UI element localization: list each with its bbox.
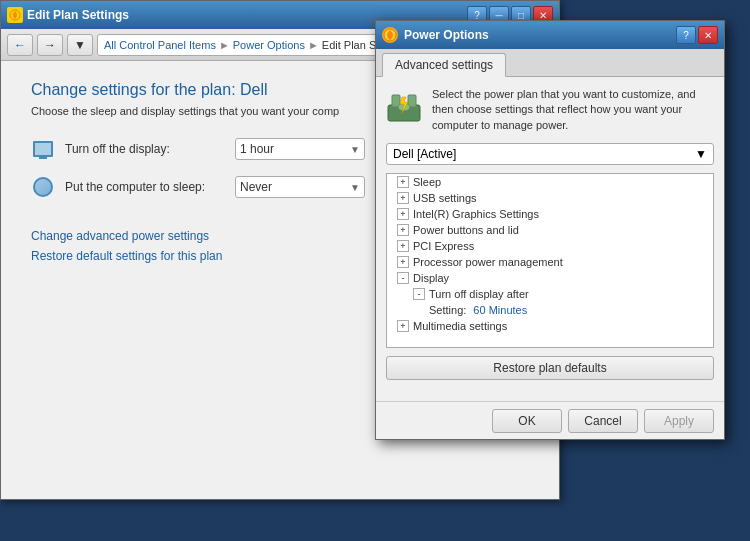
tree-view[interactable]: + Sleep + USB settings + Intel(R) Graphi…: [386, 173, 714, 348]
sleep-expander[interactable]: +: [397, 176, 409, 188]
processor-label: Processor power management: [413, 256, 563, 268]
tree-item-sleep[interactable]: + Sleep: [387, 174, 713, 190]
dialog-title: Power Options: [404, 28, 489, 42]
dialog-close-button[interactable]: ✕: [698, 26, 718, 44]
ok-button[interactable]: OK: [492, 409, 562, 433]
plan-dropdown[interactable]: Dell [Active] ▼: [386, 143, 714, 165]
usb-label: USB settings: [413, 192, 477, 204]
turn-off-display-expander[interactable]: -: [413, 288, 425, 300]
tree-item-multimedia[interactable]: + Multimedia settings: [387, 318, 713, 334]
breadcrumb-sep-2: ►: [308, 39, 319, 51]
breadcrumb-item-1[interactable]: All Control Panel Items: [104, 39, 216, 51]
processor-expander[interactable]: +: [397, 256, 409, 268]
turn-off-display-label: Turn off display after: [429, 288, 529, 300]
intel-label: Intel(R) Graphics Settings: [413, 208, 539, 220]
display-expander[interactable]: -: [397, 272, 409, 284]
tree-item-processor[interactable]: + Processor power management: [387, 254, 713, 270]
display-icon: [31, 137, 55, 161]
recent-button[interactable]: ▼: [67, 34, 93, 56]
window-icon: [7, 7, 23, 23]
dialog-header-section: Select the power plan that you want to c…: [386, 87, 714, 133]
power-buttons-expander[interactable]: +: [397, 224, 409, 236]
dialog-footer: OK Cancel Apply: [376, 401, 724, 439]
power-icon: [382, 27, 398, 43]
tree-item-turn-off-display[interactable]: - Turn off display after: [387, 286, 713, 302]
apply-button[interactable]: Apply: [644, 409, 714, 433]
breadcrumb-item-2[interactable]: Power Options: [233, 39, 305, 51]
dialog-title-left: Power Options: [382, 27, 489, 43]
sleep-icon-container: [31, 175, 55, 199]
page-subtitle: Choose the sleep and display settings th…: [31, 105, 381, 117]
display-label: Turn off the display:: [65, 142, 225, 156]
display-dropdown-value: 1 hour: [240, 142, 274, 156]
forward-button[interactable]: →: [37, 34, 63, 56]
setting-label-tree: Setting:: [429, 304, 469, 316]
pci-label: PCI Express: [413, 240, 474, 252]
multimedia-label: Multimedia settings: [413, 320, 507, 332]
power-buttons-label: Power buttons and lid: [413, 224, 519, 236]
pci-expander[interactable]: +: [397, 240, 409, 252]
restore-plan-defaults-button[interactable]: Restore plan defaults: [386, 356, 714, 380]
dialog-content: Select the power plan that you want to c…: [376, 77, 724, 390]
sleep-dropdown[interactable]: Never ▼: [235, 176, 365, 198]
tree-item-power-buttons[interactable]: + Power buttons and lid: [387, 222, 713, 238]
tree-item-setting[interactable]: Setting: 60 Minutes: [387, 302, 713, 318]
dialog-help-button[interactable]: ?: [676, 26, 696, 44]
sleep-dropdown-arrow: ▼: [350, 182, 360, 193]
tab-advanced-settings[interactable]: Advanced settings: [382, 53, 506, 77]
setting-value-tree: 60 Minutes: [473, 304, 527, 316]
tree-item-pci[interactable]: + PCI Express: [387, 238, 713, 254]
power-options-dialog: Power Options ? ✕ Advanced settings: [375, 20, 725, 440]
display-tree-label: Display: [413, 272, 449, 284]
breadcrumb-sep-1: ►: [219, 39, 230, 51]
dialog-titlebar: Power Options ? ✕: [376, 21, 724, 49]
plan-dropdown-arrow: ▼: [695, 147, 707, 161]
tree-item-display[interactable]: - Display: [387, 270, 713, 286]
cancel-button[interactable]: Cancel: [568, 409, 638, 433]
dialog-controls: ? ✕: [676, 26, 718, 44]
sleep-label: Sleep: [413, 176, 441, 188]
display-dropdown[interactable]: 1 hour ▼: [235, 138, 365, 160]
power-plant-icon: [386, 87, 422, 123]
sleep-icon: [33, 177, 53, 197]
tree-item-usb[interactable]: + USB settings: [387, 190, 713, 206]
monitor-icon: [33, 141, 53, 157]
titlebar-left: Edit Plan Settings: [7, 7, 129, 23]
display-dropdown-arrow: ▼: [350, 144, 360, 155]
tree-item-intel-graphics[interactable]: + Intel(R) Graphics Settings: [387, 206, 713, 222]
usb-expander[interactable]: +: [397, 192, 409, 204]
plan-dropdown-value: Dell [Active]: [393, 147, 456, 161]
sleep-label: Put the computer to sleep:: [65, 180, 225, 194]
dialog-description: Select the power plan that you want to c…: [432, 87, 714, 133]
back-button[interactable]: ←: [7, 34, 33, 56]
intel-expander[interactable]: +: [397, 208, 409, 220]
multimedia-expander[interactable]: +: [397, 320, 409, 332]
main-title: Edit Plan Settings: [27, 8, 129, 22]
sleep-dropdown-value: Never: [240, 180, 272, 194]
tab-bar: Advanced settings: [376, 49, 724, 77]
